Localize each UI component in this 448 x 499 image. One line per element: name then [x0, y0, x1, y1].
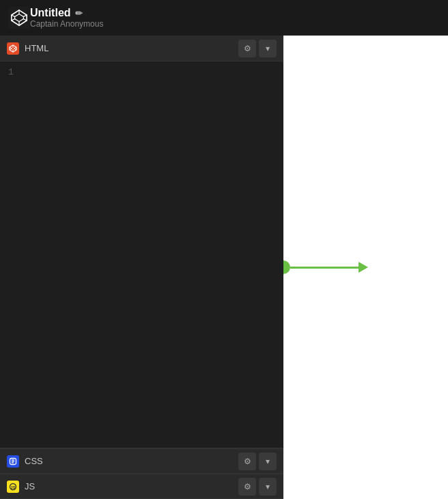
html-section: HTML ⚙ ▾ 1 [0, 36, 283, 448]
arrow-head-icon [359, 262, 368, 273]
html-expand-button[interactable]: ▾ [259, 40, 277, 57]
css-expand-button[interactable]: ▾ [259, 453, 277, 470]
js-tab-label: JS [25, 481, 238, 491]
html-tab: HTML ⚙ ▾ [0, 36, 283, 62]
line-number-1: 1 [8, 67, 14, 77]
editor-panel: HTML ⚙ ▾ 1 [0, 36, 283, 499]
preview-panel [283, 36, 448, 499]
html-tab-controls: ⚙ ▾ [238, 40, 277, 57]
css-tab: CSS ⚙ ▾ [0, 449, 283, 474]
html-settings-button[interactable]: ⚙ [238, 40, 256, 57]
header-info: Untitled ✏ Captain Anonymous [30, 7, 103, 29]
html-editor-body[interactable]: 1 [0, 62, 283, 448]
svg-text:JS: JS [10, 485, 15, 489]
resize-arrow [290, 262, 368, 273]
html-badge [7, 42, 19, 55]
header-subtitle: Captain Anonymous [30, 19, 103, 29]
header-title: Untitled ✏ [30, 7, 103, 19]
resize-handle[interactable] [283, 260, 290, 274]
edit-title-icon[interactable]: ✏ [75, 8, 83, 18]
arrow-line [290, 267, 359, 269]
css-tab-controls: ⚙ ▾ [238, 453, 277, 470]
js-settings-button[interactable]: ⚙ [238, 478, 256, 496]
bottom-sections: CSS ⚙ ▾ [0, 448, 283, 499]
header-bar: Untitled ✏ Captain Anonymous [0, 0, 448, 36]
js-badge: JS [7, 481, 19, 493]
project-title: Untitled [30, 7, 71, 19]
css-tab-label: CSS [25, 456, 238, 466]
js-tab: JS JS ⚙ ▾ [0, 474, 283, 499]
css-badge [7, 455, 19, 468]
main-area: HTML ⚙ ▾ 1 [0, 36, 448, 499]
html-tab-label: HTML [25, 43, 238, 53]
css-section: CSS ⚙ ▾ [0, 448, 283, 474]
css-settings-button[interactable]: ⚙ [238, 453, 256, 470]
js-section: JS JS ⚙ ▾ [0, 474, 283, 499]
js-expand-button[interactable]: ▾ [259, 478, 277, 496]
js-tab-controls: ⚙ ▾ [238, 478, 277, 496]
codepen-logo-icon [8, 7, 30, 29]
